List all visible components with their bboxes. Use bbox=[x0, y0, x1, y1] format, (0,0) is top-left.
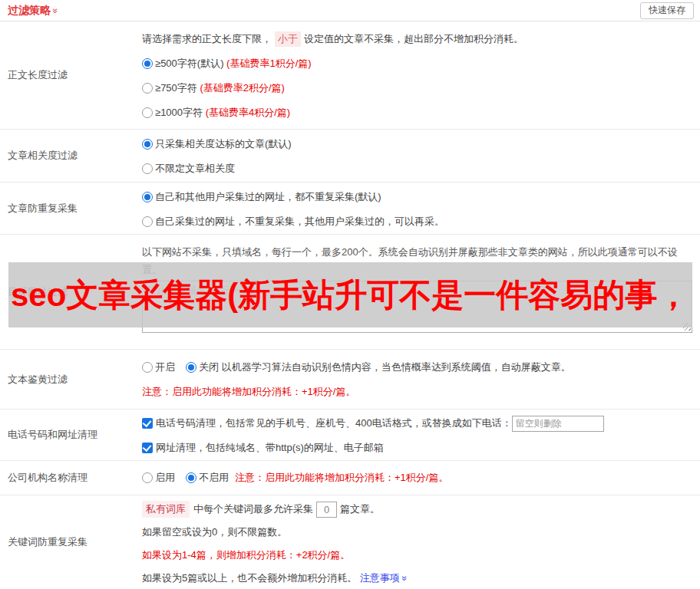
porn-desc: 以机器学习算法自动识别色情内容，当色情概率达到系统阈值，自动屏蔽文章。 bbox=[222, 360, 571, 374]
length-option-1000[interactable]: ≥1000字符 (基础费率4积分/篇) bbox=[142, 100, 694, 125]
length-option-750[interactable]: ≥750字符 (基础费率2积分/篇) bbox=[142, 76, 694, 100]
radio-icon-enable[interactable] bbox=[142, 472, 153, 483]
phone-clean-label: 电话号码清理，包括常见的手机号、座机号、400电话格式，或替换成如下电话： bbox=[156, 416, 512, 430]
porn-on-label[interactable]: 开启 bbox=[155, 360, 175, 374]
company-on-label[interactable]: 启用 bbox=[155, 471, 175, 485]
checkbox-checked-icon-phone[interactable] bbox=[142, 418, 153, 429]
length-filter-intro: 请选择需求的正文长度下限， 小于 设定值的文章不采集，超出部分不增加积分消耗。 bbox=[142, 27, 694, 51]
filter-strategy-page: 过滤策略 » 快速保存 正文长度过滤 请选择需求的正文长度下限， 小于 设定值的… bbox=[0, 0, 700, 589]
dedup-option-self[interactable]: 自己采集过的网址，不重复采集，其他用户采集过的，可以再采。 bbox=[142, 209, 694, 234]
url-clean-label: 网址清理，包括纯域名、带http(s)的网址、电子邮箱 bbox=[156, 441, 384, 455]
fee-note: (基础费率1积分/篇) bbox=[226, 57, 312, 71]
radio-selected-icon-off[interactable] bbox=[186, 362, 196, 373]
row-dedup-collect: 文章防重复采集 自己和其他用户采集过的网址，都不重复采集(默认) 自己采集过的网… bbox=[0, 182, 700, 234]
private-thesaurus-badge[interactable]: 私有词库 bbox=[142, 501, 190, 518]
radio-icon-on[interactable] bbox=[142, 362, 153, 373]
fee-note: (基础费率2积分/篇) bbox=[200, 81, 285, 95]
quick-save-button[interactable]: 快速保存 bbox=[640, 2, 694, 19]
page-header: 过滤策略 » 快速保存 bbox=[0, 0, 700, 21]
watermark-banner: seo文章采集器(新手站升可不是一件容易的事， bbox=[8, 262, 692, 327]
checkbox-checked-icon-url[interactable] bbox=[142, 443, 153, 453]
radio-icon[interactable] bbox=[142, 163, 153, 174]
radio-icon[interactable] bbox=[142, 107, 153, 118]
page-title[interactable]: 过滤策略 » bbox=[8, 4, 58, 18]
page-title-text: 过滤策略 bbox=[8, 4, 51, 18]
row-company-clean: 公司机构名称清理 启用 不启用 注意：启用此功能将增加积分消耗：+1积分/篇。 bbox=[0, 460, 700, 495]
watermark-text: seo文章采集器(新手站升可不是一件容易的事， bbox=[8, 262, 692, 327]
keyword-note-5plus: 如果设为5篇或以上，也不会额外增加积分消耗。 bbox=[142, 571, 357, 585]
row-porn-filter: 文本鉴黄过滤 开启 关闭 以机器学习算法自动识别色情内容，当色情概率达到系统阈值… bbox=[0, 349, 700, 409]
replacement-phone-input[interactable] bbox=[512, 416, 604, 432]
relevance-option-strict[interactable]: 只采集相关度达标的文章(默认) bbox=[142, 132, 694, 156]
company-fee-note: 注意：启用此功能将增加积分消耗：+1积分/篇。 bbox=[235, 471, 448, 485]
row-label: 电话号码和网址清理 bbox=[0, 410, 142, 460]
keyword-note-fee: 如果设为1-4篇，则增加积分消耗：+2积分/篇。 bbox=[142, 544, 694, 567]
row-phone-url-clean: 电话号码和网址清理 电话号码清理，包括常见的手机号、座机号、400电话格式，或替… bbox=[0, 409, 700, 460]
keyword-note-unlimited: 如果留空或设为0，则不限篇数。 bbox=[142, 521, 694, 544]
fee-note: (基础费率4积分/篇) bbox=[206, 106, 291, 120]
notice-link[interactable]: 注意事项 » bbox=[360, 571, 408, 585]
relevance-option-any[interactable]: 不限定文章相关度 bbox=[142, 156, 694, 181]
radio-selected-icon[interactable] bbox=[142, 58, 153, 69]
highlight-lessthan: 小于 bbox=[275, 31, 301, 47]
row-relevance-filter: 文章相关度过滤 只采集相关度达标的文章(默认) 不限定文章相关度 bbox=[0, 129, 700, 182]
length-option-500[interactable]: ≥500字符(默认) (基础费率1积分/篇) bbox=[142, 51, 694, 76]
porn-fee-note: 注意：启用此功能将增加积分消耗：+1积分/篇。 bbox=[142, 380, 694, 404]
row-label: 文本鉴黄过滤 bbox=[0, 350, 142, 409]
radio-selected-icon[interactable] bbox=[142, 139, 153, 150]
max-articles-input[interactable] bbox=[316, 502, 337, 518]
radio-icon[interactable] bbox=[142, 216, 153, 227]
radio-icon[interactable] bbox=[142, 83, 153, 94]
double-chevron-down-icon: » bbox=[51, 8, 60, 13]
row-label: 文章相关度过滤 bbox=[0, 130, 142, 182]
row-label: 文章防重复采集 bbox=[0, 183, 142, 234]
porn-off-label[interactable]: 关闭 bbox=[199, 360, 219, 374]
dedup-option-global[interactable]: 自己和其他用户采集过的网址，都不重复采集(默认) bbox=[142, 185, 694, 209]
row-label: 正文长度过滤 bbox=[0, 21, 142, 129]
double-chevron-down-icon: » bbox=[400, 576, 409, 581]
row-keyword-dedup: 关键词防重复采集 私有词库 中每个关键词最多允许采集 篇文章。 如果留空或设为0… bbox=[0, 495, 700, 589]
row-text-length-filter: 正文长度过滤 请选择需求的正文长度下限， 小于 设定值的文章不采集，超出部分不增… bbox=[0, 21, 700, 129]
radio-selected-icon[interactable] bbox=[142, 192, 153, 202]
radio-selected-icon-disable[interactable] bbox=[186, 472, 196, 483]
company-off-label[interactable]: 不启用 bbox=[199, 471, 229, 485]
row-label: 公司机构名称清理 bbox=[0, 461, 142, 495]
row-label: 关键词防重复采集 bbox=[0, 495, 142, 589]
